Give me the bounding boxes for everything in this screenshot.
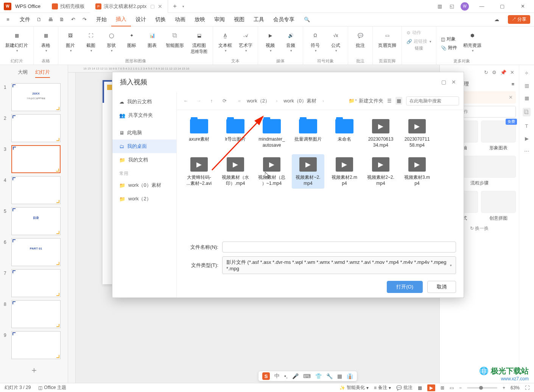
tab-dropdown-icon[interactable]: ▾	[182, 5, 184, 8]
slide-thumb-row[interactable]: 5 目录	[0, 206, 68, 237]
chart-button[interactable]: 📊图表	[143, 29, 161, 58]
menu-vip[interactable]: 会员专享	[269, 13, 299, 26]
slide-thumb-row[interactable]: 6 PART 01	[0, 237, 68, 268]
slide-thumbnail[interactable]	[11, 331, 61, 359]
print-icon[interactable]: 🖶	[46, 15, 54, 24]
menu-start[interactable]: 开始	[92, 13, 111, 26]
view-grid-icon[interactable]: ▦	[395, 97, 402, 105]
video-file-item[interactable]: ▶视频素材2.mp4	[328, 154, 361, 189]
side-shared[interactable]: 👥共享文件夹	[112, 108, 176, 122]
slide-thumb-row[interactable]: 4	[0, 175, 68, 206]
media-icon[interactable]: ▶	[525, 136, 529, 141]
zoom-in-icon[interactable]: +	[503, 385, 505, 390]
menu-view[interactable]: 视图	[229, 13, 249, 26]
slide-thumbnail[interactable]	[11, 176, 61, 204]
icon-button[interactable]: ✦图标	[123, 29, 141, 58]
dialog-search-input[interactable]	[406, 96, 459, 105]
menu-animation[interactable]: 动画	[170, 13, 190, 26]
tag-close-icon[interactable]: ✕	[506, 95, 516, 100]
image-button[interactable]: 🖼图片▾	[61, 29, 79, 58]
folder-item[interactable]: mindmaster_autosave	[255, 116, 288, 150]
view-slideshow-icon[interactable]: ▶	[427, 384, 435, 391]
slide-thumb-row[interactable]: 2	[0, 113, 68, 144]
tab-template[interactable]: 找稻壳模板	[47, 0, 90, 13]
slide-thumb-row[interactable]: 1 20XX 工作总结汇报PPT模板	[0, 82, 68, 113]
video-file-item[interactable]: ▶202307061334.mp4	[364, 116, 397, 150]
fit-icon[interactable]: ⛶	[525, 385, 529, 390]
undo-icon[interactable]: ↶	[69, 15, 77, 24]
filetype-select[interactable]: 影片文件 (*.asf *.asx *.dvr-ms *.wpl *.wm *.…	[222, 256, 456, 274]
ime-skin-icon[interactable]: 👔	[347, 373, 353, 379]
slide-thumb-row[interactable]: 9	[0, 330, 68, 361]
menu-slideshow[interactable]: 放映	[190, 13, 210, 26]
breadcrumb-0[interactable]: work（2）	[244, 98, 272, 104]
menu-design[interactable]: 设计	[131, 13, 151, 26]
ime-punct-icon[interactable]: •,	[284, 373, 288, 379]
ime-mic-icon[interactable]: 🎤	[292, 373, 299, 379]
header-button[interactable]: ▭页眉页脚	[376, 29, 399, 58]
folder-item[interactable]: 未命名	[328, 116, 361, 150]
side-recent-1[interactable]: 📁work（2）	[112, 192, 176, 206]
beautify-button[interactable]: ✨ 智能美化 ▾	[339, 384, 369, 391]
new-tab-button[interactable]: ＋	[168, 2, 182, 10]
breadcrumb-1[interactable]: work（0）素材	[281, 98, 319, 104]
close-button[interactable]: ✕	[515, 0, 530, 13]
maximize-button[interactable]: ▢	[495, 0, 510, 13]
screenshot-button[interactable]: ⛶截图▾	[82, 29, 100, 58]
side-cloud[interactable]: ☁我的云文档	[112, 95, 176, 108]
flowchart-button[interactable]: ⬓流程图思维导图	[188, 29, 210, 58]
side-recent-0[interactable]: 📁work（0）素材	[112, 178, 176, 192]
search-icon[interactable]: 🔍	[303, 15, 311, 24]
slide-thumbnail[interactable]: 20XX 工作总结汇报PPT模板	[11, 83, 61, 111]
ime-tool-icon[interactable]: 🔧	[326, 373, 333, 379]
menu-tools[interactable]: 工具	[249, 13, 269, 26]
video-file-item[interactable]: ▶视频素材（水印）.mp4	[219, 154, 252, 189]
cloud-icon[interactable]: ☁	[493, 15, 501, 24]
back-button[interactable]: ←	[181, 96, 190, 105]
hyperlink-button[interactable]: 🔗超链接▾	[405, 37, 433, 45]
cube-icon[interactable]: ◱	[448, 3, 455, 10]
video-file-item[interactable]: ▶视频素材2~2.mp4	[364, 154, 397, 189]
share-button[interactable]: ↗ 分享	[508, 15, 530, 24]
close-panel-icon[interactable]: ✕	[510, 70, 514, 75]
more-icon[interactable]: ⋯	[524, 148, 529, 154]
menu-transition[interactable]: 切换	[151, 13, 170, 26]
comments-toggle[interactable]: 💬 批注	[396, 384, 413, 391]
view-reading-icon[interactable]: ▭	[450, 385, 454, 390]
slide-thumbnail[interactable]: 目录	[11, 207, 61, 235]
refresh-icon[interactable]: ↻	[484, 70, 488, 75]
filename-input[interactable]	[222, 242, 456, 253]
side-desktop[interactable]: 🗂我的桌面	[112, 139, 176, 153]
refresh-button[interactable]: ⟳	[220, 96, 229, 105]
textbox-button[interactable]: A̲文本框▾	[216, 29, 234, 58]
layout-icon[interactable]: ▥	[525, 83, 529, 88]
file-menu[interactable]: 文件	[15, 13, 35, 26]
view-list-icon[interactable]: ☰	[387, 98, 392, 104]
resource-button[interactable]: ⬢稻壳资源▾	[461, 29, 484, 58]
forward-button[interactable]: →	[194, 96, 203, 105]
video-file-item[interactable]: ▶大黄蜂转码-...素材~2.avi	[183, 154, 215, 189]
attach-button[interactable]: 📎附件	[439, 44, 459, 52]
wordart-button[interactable]: 𝒜艺术字▾	[237, 29, 255, 58]
folder-item[interactable]: lr导出图片	[219, 116, 252, 150]
video-file-item[interactable]: ▶视频素材~2.mp4	[292, 154, 324, 189]
ime-keyboard-icon[interactable]: ⌨	[303, 373, 311, 379]
up-button[interactable]: ↑	[207, 96, 216, 105]
shapes-button[interactable]: ◯形状▾	[102, 29, 120, 58]
object-button[interactable]: ◫对象	[439, 35, 459, 43]
add-slide-button[interactable]: ＋	[0, 361, 68, 380]
audio-button[interactable]: 🔊音频▾	[282, 29, 300, 58]
menu-review[interactable]: 审阅	[210, 13, 229, 26]
folder-item[interactable]: axure素材	[183, 116, 215, 150]
text-icon[interactable]: T	[525, 123, 528, 129]
slide-thumbnail[interactable]	[11, 145, 61, 173]
video-file-item[interactable]: ▶202307071158.mp4	[401, 116, 433, 150]
view-sorter-icon[interactable]: ⊞	[441, 385, 444, 390]
folder-item[interactable]: 批量调整图片	[292, 116, 324, 150]
tab-close-icon[interactable]: ✕	[158, 3, 162, 9]
slide-thumb-row[interactable]: 8	[0, 299, 68, 330]
new-slide-button[interactable]: ▦新建幻灯片▾	[3, 29, 30, 58]
ime-toolbar[interactable]: S 中 •, 🎤 ⌨ 👕 🔧 ▦ 👔	[258, 371, 357, 381]
cancel-button[interactable]: 取消	[427, 281, 456, 293]
slide-thumbnail[interactable]	[11, 300, 61, 328]
